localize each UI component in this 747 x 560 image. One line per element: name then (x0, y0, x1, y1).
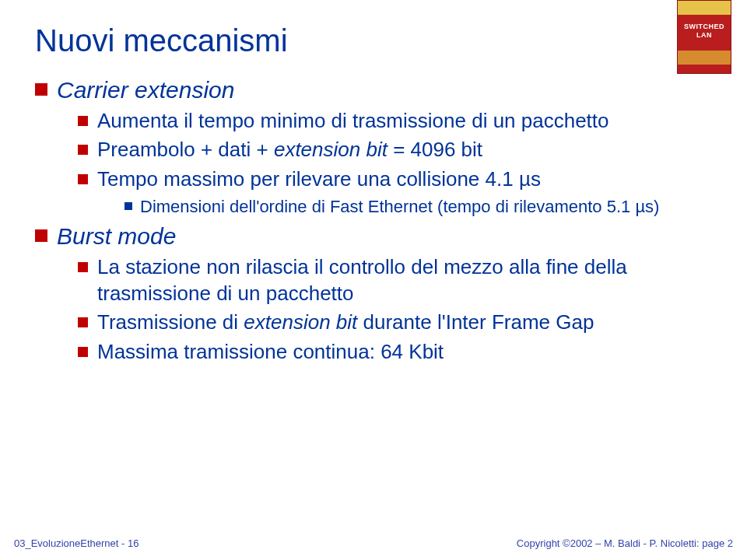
bullet-square-icon (124, 202, 132, 210)
sublist: Aumenta il tempo minimo di trasmissione … (78, 108, 708, 218)
bullet-list: Carrier extension Aumenta il tempo minim… (35, 75, 708, 366)
list-item-label: La stazione non rilascia il controllo de… (97, 254, 708, 307)
list-item-label: Preambolo + dati + extension bit = 4096 … (97, 137, 482, 163)
text-prefix: Preambolo + dati + (97, 138, 274, 161)
list-item-label: Burst mode (57, 222, 176, 251)
book-cover-strip (678, 1, 731, 15)
footer-right: Copyright ©2002 – M. Baldi - P. Nicolett… (517, 537, 733, 549)
slide-content: Nuovi meccanismi Carrier extension Aumen… (35, 23, 708, 370)
list-item-label: Tempo massimo per rilevare una collision… (97, 166, 541, 193)
list-item: Tempo massimo per rilevare una collision… (78, 166, 708, 217)
list-item-label: Carrier extension (57, 75, 234, 105)
bullet-square-icon (78, 116, 88, 126)
text-italic: extension bit (244, 310, 357, 334)
list-item-carrier: Carrier extension Aumenta il tempo minim… (35, 75, 708, 217)
list-item-label: Trasmissione di extension bit durante l'… (97, 310, 594, 336)
bullet-square-icon (78, 262, 88, 272)
list-item: La stazione non rilascia il controllo de… (78, 254, 708, 307)
bullet-square-icon (78, 347, 88, 357)
list-item-label: Dimensioni dell'ordine di Fast Ethernet … (140, 196, 659, 218)
page-title: Nuovi meccanismi (35, 23, 708, 58)
slide: SWITCHED LAN Nuovi meccanismi Carrier ex… (0, 0, 747, 560)
list-item: Preambolo + dati + extension bit = 4096 … (78, 137, 708, 163)
text-suffix: = 4096 bit (388, 138, 482, 161)
list-item-burst: Burst mode La stazione non rilascia il c… (35, 222, 708, 366)
footer-left: 03_EvoluzioneEthernet - 16 (14, 537, 139, 549)
list-item-label: Massima tramissione continua: 64 Kbit (97, 339, 444, 366)
bullet-square-icon (78, 174, 88, 184)
list-item: Dimensioni dell'ordine di Fast Ethernet … (124, 196, 708, 218)
text-italic: extension bit (274, 138, 388, 161)
bullet-square-icon (35, 229, 47, 242)
list-item: Massima tramissione continua: 64 Kbit (78, 339, 708, 366)
text-suffix: durante l'Inter Frame Gap (357, 310, 594, 334)
bullet-square-icon (78, 145, 88, 155)
sublist: La stazione non rilascia il controllo de… (78, 254, 708, 366)
bullet-square-icon (35, 83, 47, 96)
footer: 03_EvoluzioneEthernet - 16 Copyright ©20… (0, 537, 747, 549)
list-item-label: Aumenta il tempo minimo di trasmissione … (97, 108, 609, 135)
text-prefix: Trasmissione di (97, 310, 244, 334)
list-item: Aumenta il tempo minimo di trasmissione … (78, 108, 708, 135)
sub-sublist: Dimensioni dell'ordine di Fast Ethernet … (124, 196, 708, 218)
bullet-square-icon (78, 317, 88, 327)
list-item: Trasmissione di extension bit durante l'… (78, 310, 708, 336)
